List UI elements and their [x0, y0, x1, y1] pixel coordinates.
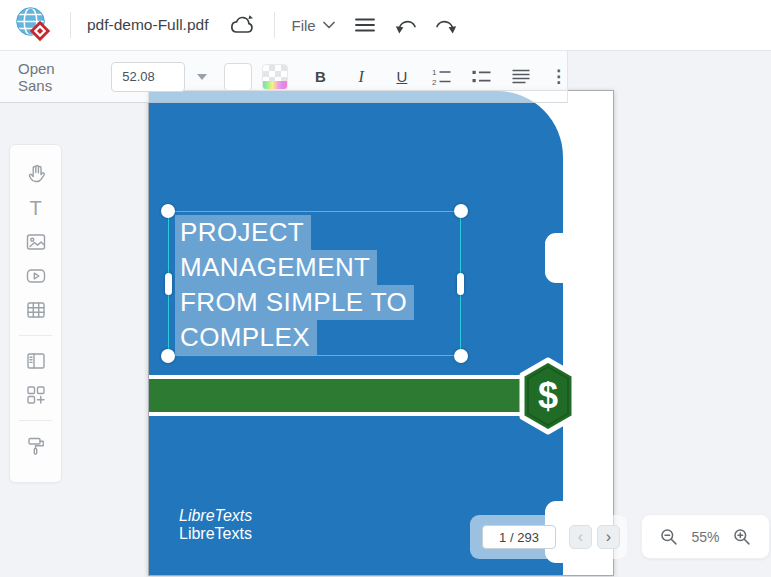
divider [19, 420, 52, 421]
green-banner [149, 375, 563, 416]
layout-tool-button[interactable] [21, 348, 51, 374]
divider [19, 335, 52, 336]
image-icon [24, 230, 48, 254]
rainbow-gradient-icon [263, 81, 287, 89]
dollar-symbol: $ [538, 375, 558, 416]
page-number-input[interactable] [482, 525, 556, 549]
zoom-out-button[interactable] [660, 528, 678, 546]
widgets-tool-button[interactable] [21, 382, 51, 408]
main-menu-button[interactable] [355, 17, 375, 33]
page-navigation: ‹ › [470, 515, 627, 559]
bullet-list-icon [472, 69, 491, 84]
redo-button[interactable] [434, 16, 457, 35]
tool-sidebar: T [9, 144, 62, 483]
font-size-input[interactable] [111, 62, 185, 92]
table-icon [24, 298, 48, 322]
svg-text:1: 1 [432, 68, 437, 77]
editor-canvas: $ PROJECT MANAGEMENT FROM SIMPLE TO COMP… [0, 51, 771, 577]
hand-icon [24, 162, 48, 186]
cloud-sync-icon [228, 13, 258, 37]
text-color-picker-button[interactable] [262, 64, 288, 90]
layout-panel-icon [24, 349, 48, 373]
align-justify-icon [512, 69, 530, 84]
app-window: pdf-demo-Full.pdf File [0, 0, 771, 577]
hand-tool-button[interactable] [21, 161, 51, 187]
zoom-in-button[interactable] [733, 528, 751, 546]
format-toolbar: Open Sans B I U 1 2 [0, 51, 568, 103]
cloud-sync-button[interactable] [228, 13, 258, 37]
file-menu-button[interactable]: File [291, 17, 334, 34]
undo-button[interactable] [395, 16, 418, 35]
fill-color-button[interactable] [224, 63, 252, 91]
green-banner-strip [149, 379, 563, 412]
chevron-down-icon [323, 21, 335, 29]
numbered-list-button[interactable]: 1 2 [429, 64, 455, 90]
next-page-button[interactable]: › [597, 525, 620, 549]
pdf-page[interactable]: $ PROJECT MANAGEMENT FROM SIMPLE TO COMP… [148, 90, 614, 576]
zoom-out-icon [660, 528, 678, 546]
image-tool-button[interactable] [21, 229, 51, 255]
caret-down-icon [197, 74, 207, 80]
text-tool-icon: T [29, 197, 41, 220]
font-size-dropdown-button[interactable] [193, 67, 211, 87]
text-tool-button[interactable]: T [21, 195, 51, 221]
video-tool-button[interactable] [21, 263, 51, 289]
bullet-list-button[interactable] [469, 64, 495, 90]
top-bar: pdf-demo-Full.pdf File [0, 0, 771, 51]
dollar-badge: $ [517, 357, 579, 435]
resize-handle-top-right[interactable] [454, 204, 468, 218]
divider [70, 12, 71, 38]
theme-tool-button[interactable] [21, 433, 51, 459]
video-icon [24, 264, 48, 288]
numbered-list-icon: 1 2 [432, 68, 451, 85]
footer-text-italic[interactable]: LibreTexts [179, 507, 252, 525]
resize-handle-right[interactable] [457, 273, 464, 295]
redo-icon [434, 16, 457, 35]
prev-page-button[interactable]: ‹ [569, 525, 592, 549]
document-title: pdf-demo-Full.pdf [87, 16, 208, 34]
underline-button[interactable]: U [389, 64, 415, 90]
zoom-controls: 55% [641, 514, 770, 559]
file-menu-label: File [291, 17, 315, 34]
bold-button[interactable]: B [308, 64, 334, 90]
resize-handle-bottom-right[interactable] [454, 349, 468, 363]
tab-notch [545, 233, 571, 283]
paint-roller-icon [24, 434, 48, 458]
align-button[interactable] [508, 64, 534, 90]
zoom-in-icon [733, 528, 751, 546]
add-widget-icon [24, 383, 48, 407]
table-tool-button[interactable] [21, 297, 51, 323]
zoom-level: 55% [691, 529, 719, 545]
italic-button[interactable]: I [348, 64, 374, 90]
resize-handle-left[interactable] [165, 273, 172, 295]
resize-handle-top-left[interactable] [161, 204, 175, 218]
toolbar-overflow-button[interactable]: ⋮ [550, 66, 567, 87]
hamburger-icon [355, 17, 375, 33]
app-logo-icon [14, 5, 54, 45]
undo-icon [395, 16, 418, 35]
footer-text[interactable]: LibreTexts [179, 525, 252, 543]
svg-text:2: 2 [432, 78, 437, 86]
selection-box[interactable] [168, 211, 461, 356]
font-family-selector[interactable]: Open Sans [18, 60, 92, 94]
resize-handle-bottom-left[interactable] [161, 349, 175, 363]
divider [274, 12, 275, 38]
